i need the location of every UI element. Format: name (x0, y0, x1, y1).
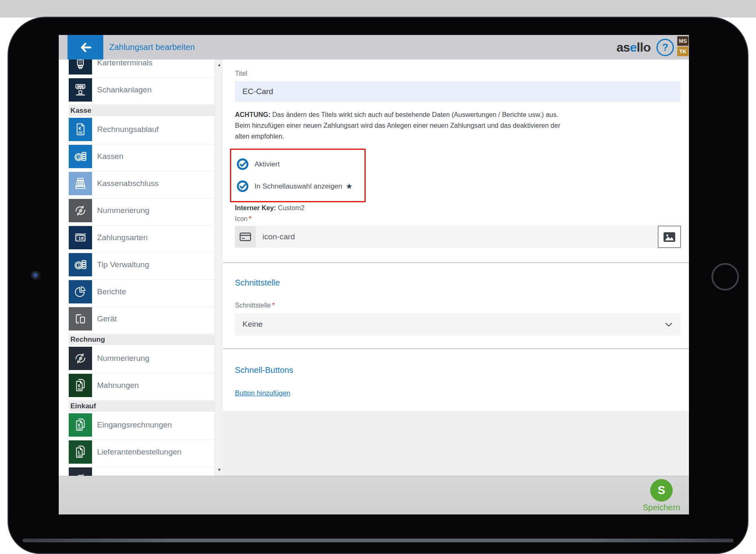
sidebar-item-berichte[interactable]: Berichte (69, 280, 215, 307)
sidebar-scrollbar[interactable]: ▲ ▼ (215, 60, 224, 476)
sidebar-item-kassen[interactable]: 1Kassen (69, 145, 215, 172)
pie-chart-icon (69, 280, 92, 303)
sidebar-item-zahlungsarten[interactable]: 10Zahlungsarten (69, 226, 215, 253)
icon-value: icon-card (262, 226, 295, 248)
warning-text: ACHTUNG: Das ändern des Titels wirkt sic… (235, 109, 574, 142)
svg-text:10: 10 (78, 236, 83, 241)
tablet-frame: KartenterminalsSchankanlagenKasse€Rechnu… (7, 17, 749, 554)
icon-field-cap (235, 226, 256, 248)
titel-input[interactable] (235, 81, 681, 102)
chevron-down-icon (665, 323, 672, 327)
sidebar-section-header: Rechnung (69, 334, 215, 347)
sidebar-item-eingangsrechnungen[interactable]: €Eingangsrechnungen (69, 413, 215, 440)
page-title: Zahlungsart bearbeiten (109, 35, 195, 60)
sidebar-item-kassenabschluss[interactable]: Kassenabschluss (69, 172, 215, 199)
bottom-bar: S Speichern (59, 476, 689, 514)
icon-label: Icon* (235, 215, 251, 223)
svg-text:€: € (78, 126, 81, 131)
interner-key: Interner Key: Custom2 (235, 204, 304, 212)
icon-picker-button[interactable] (658, 226, 681, 248)
sidebar-item-label: Eingangsrechnungen (97, 413, 172, 437)
sidebar-section-header: Kasse (69, 105, 215, 118)
sidebar-item-label: Berichte (97, 280, 126, 303)
tablet-edge-highlight (22, 539, 734, 542)
sidebar-item-label: Zahlungsarten (97, 226, 147, 249)
sidebar: KartenterminalsSchankanlagenKasse€Rechnu… (69, 51, 215, 476)
schnittstelle-select[interactable]: Keine (235, 313, 681, 335)
sidebar-item-nummerierung[interactable]: #Nummerierung (69, 467, 215, 476)
credit-card-icon (240, 232, 251, 241)
icon-field[interactable]: icon-card (235, 226, 681, 248)
required-mark: * (249, 215, 251, 222)
svg-text:#: # (78, 208, 83, 214)
svg-text:L: L (78, 450, 80, 455)
sidebar-item-label: Schankanlagen (97, 78, 152, 102)
sidebar-item-label: Nummerierung (97, 347, 150, 370)
app-screen: KartenterminalsSchankanlagenKasse€Rechnu… (59, 35, 689, 514)
sidebar-item-rechnungsablauf[interactable]: €Rechnungsablauf (69, 118, 215, 145)
svg-text:€: € (77, 384, 80, 388)
help-icon[interactable]: ? (656, 39, 674, 56)
sidebar-item-label: Mahnungen (97, 374, 139, 397)
required-mark: * (272, 302, 274, 309)
coins-icon: 1 (69, 145, 92, 168)
divider (223, 348, 689, 349)
sidebar-item-lieferantenbestellungen[interactable]: LLieferantenbestellungen (69, 440, 215, 467)
docs-l-icon: L (69, 440, 92, 464)
image-icon (664, 232, 675, 242)
background-wall (0, 0, 756, 17)
svg-text:1: 1 (78, 156, 80, 159)
content-gray-area (223, 411, 689, 476)
edit-payment-form: Titel ACHTUNG: Das ändern des Titels wir… (223, 60, 689, 411)
section-heading-schnell-buttons: Schnell-Buttons (235, 365, 293, 375)
tablet-home-button[interactable] (711, 263, 739, 291)
badge-ms[interactable]: MS (677, 36, 689, 46)
sidebar-section-header: Einkauf (69, 401, 215, 413)
numbering-icon: # (69, 199, 92, 222)
badge-tk[interactable]: TK (677, 47, 689, 56)
save-circle[interactable]: S (650, 479, 673, 502)
schnittstelle-label: Schnittstelle* (235, 302, 275, 309)
divider (223, 262, 689, 263)
sidebar-item-nummerierung[interactable]: #Nummerierung (69, 199, 215, 226)
docs-euro-icon: € (69, 413, 92, 437)
add-button-link[interactable]: Button hinzufügen (235, 389, 290, 397)
sidebar-item-label: Rechnungsablauf (97, 118, 159, 141)
sidebar-item-tip-verwaltung[interactable]: 1Tip Verwaltung (69, 253, 215, 280)
sidebar-item-label: Kassenabschluss (97, 172, 159, 195)
sidebar-item-label: Gerät (97, 307, 117, 330)
scroll-down-icon[interactable]: ▼ (215, 467, 224, 472)
coins-icon: 1 (69, 253, 92, 276)
titel-label: Titel (235, 70, 247, 77)
toolbar: Zahlungsart bearbeiten asello ? MS TK (59, 35, 689, 60)
banknote-icon: 10 (69, 226, 92, 249)
sidebar-item-label: Nummerierung (97, 199, 150, 222)
devices-icon (69, 307, 92, 330)
svg-text:€: € (77, 423, 80, 427)
annotation-box (230, 149, 366, 202)
sidebar-item-schankanlagen[interactable]: Schankanlagen (69, 78, 215, 105)
select-value: Keine (242, 313, 263, 335)
back-arrow-icon (79, 42, 92, 53)
scroll-up-icon[interactable]: ▲ (215, 62, 224, 67)
svg-text:#: # (78, 355, 83, 362)
numbering-icon: # (69, 467, 92, 476)
docs-euro-icon: € (69, 374, 92, 397)
save-label: Speichern (636, 503, 686, 512)
sidebar-item-label: Kassen (97, 145, 123, 168)
sidebar-item-label: Tip Verwaltung (97, 253, 149, 276)
asello-logo: asello (616, 35, 651, 60)
sidebar-item-mahnungen[interactable]: €Mahnungen (69, 374, 215, 401)
user-badges: MS TK (677, 36, 689, 57)
sidebar-item-label: Lieferantenbestellungen (97, 440, 182, 464)
numbering-icon: # (69, 347, 92, 370)
sidebar-item-nummerierung[interactable]: #Nummerierung (69, 347, 215, 374)
section-heading-schnittstelle: Schnittstelle (235, 278, 280, 288)
dispenser-icon (69, 78, 92, 102)
cash-register-icon (69, 172, 92, 195)
back-button[interactable] (67, 35, 103, 60)
svg-text:1: 1 (78, 264, 80, 268)
sidebar-item-label: Nummerierung (97, 467, 150, 476)
sidebar-item-gerät[interactable]: Gerät (69, 307, 215, 334)
save-button[interactable]: S Speichern (636, 479, 686, 512)
